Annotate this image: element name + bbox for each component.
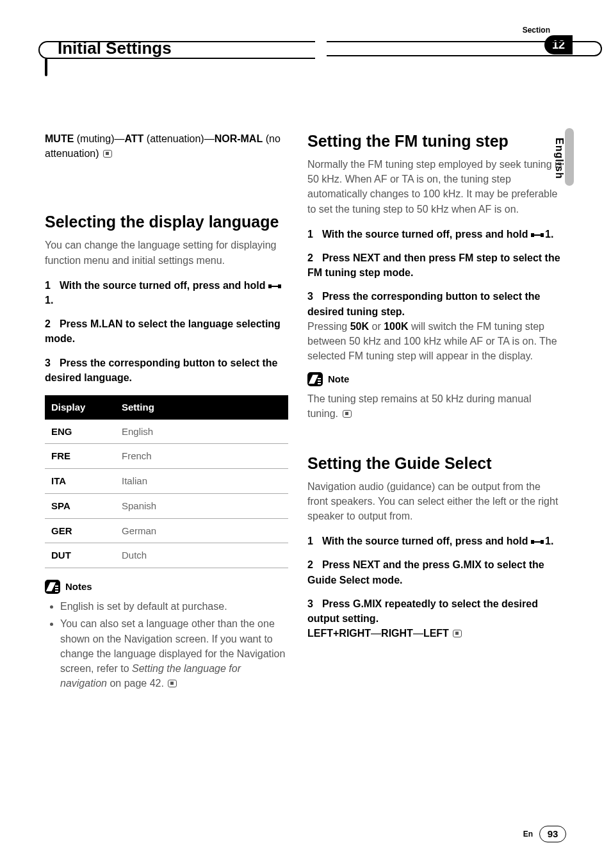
section-label: Section — [523, 26, 550, 35]
step-number: 3 — [45, 357, 51, 368]
lang-val: French — [115, 444, 288, 469]
mute-opt2-desc: (attenuation) — [143, 133, 204, 144]
svg-rect-6 — [531, 540, 534, 544]
table-row: ENGEnglish — [45, 420, 288, 444]
fm-step-1: 1With the source turned off, press and h… — [307, 227, 564, 242]
step-lead: Press the corresponding button to select… — [45, 357, 277, 383]
step-lead: Press G.MIX repeatedly to select the des… — [307, 598, 538, 624]
table-row: ITAItalian — [45, 469, 288, 494]
step-lead: Press NEXT and the press G.MIX to select… — [307, 559, 544, 585]
t-bold: 100K — [384, 321, 408, 332]
language-table: Display Setting ENGEnglish FREFrench ITA… — [45, 395, 288, 568]
lang-code: GER — [45, 518, 115, 543]
lang-step-1: 1With the source turned off, press and h… — [45, 278, 288, 307]
key-icon — [531, 231, 545, 239]
svg-rect-5 — [541, 233, 544, 237]
note-text-b: on page 42. — [107, 678, 164, 689]
mute-opt3: NOR-MAL — [215, 133, 263, 144]
step-number: 3 — [307, 598, 313, 609]
fm-note-heading-row: Note — [307, 372, 564, 386]
step-number: 3 — [307, 291, 313, 302]
note-item: English is set by default at purchase. — [60, 599, 288, 614]
end-mark-icon — [168, 680, 177, 687]
key-icon — [268, 283, 282, 290]
gs-options: LEFT+RIGHT—RIGHT—LEFT — [307, 628, 462, 639]
sep: — — [371, 628, 381, 639]
page: Section 12 Initial Settings English MUTE… — [0, 0, 611, 868]
lang-code: ENG — [45, 420, 115, 444]
mute-options-line: MUTE (muting)—ATT (attenuation)—NOR-MAL … — [45, 131, 288, 161]
table-row: FREFrench — [45, 444, 288, 469]
fm-step-intro: Normally the FM tuning step employed by … — [307, 157, 564, 217]
step-number: 2 — [45, 318, 51, 329]
step-number: 2 — [307, 252, 313, 263]
selecting-language-heading: Selecting the display language — [45, 212, 288, 231]
footer-lang: En — [523, 830, 533, 839]
svg-rect-0 — [268, 284, 272, 288]
fm-note-heading: Note — [328, 372, 349, 386]
notes-heading: Notes — [65, 580, 92, 594]
mute-opt1: MUTE — [45, 133, 74, 144]
gs-step-1: 1With the source turned off, press and h… — [307, 534, 564, 548]
sep: — — [413, 628, 423, 639]
notes-block: Notes English is set by default at purch… — [45, 580, 288, 691]
lang-code: DUT — [45, 543, 115, 568]
lang-val: Spanish — [115, 493, 288, 518]
selecting-language-intro: You can change the language setting for … — [45, 238, 288, 267]
step-lead-b: 1. — [545, 536, 553, 546]
lang-val: German — [115, 518, 288, 543]
lang-code: SPA — [45, 493, 115, 518]
footer-page-number: 93 — [539, 826, 566, 842]
left-column: MUTE (muting)—ATT (attenuation)—NOR-MAL … — [45, 131, 288, 693]
notes-list: English is set by default at purchase. Y… — [45, 599, 288, 691]
step-number: 1 — [307, 229, 313, 240]
sep: — — [114, 133, 124, 144]
table-header-setting: Setting — [115, 395, 288, 420]
step-lead-a: With the source turned off, press and ho… — [322, 229, 531, 240]
step-number: 2 — [307, 559, 313, 570]
opt: LEFT+RIGHT — [307, 628, 371, 639]
mute-opt2: ATT — [124, 133, 143, 144]
footer: En 93 — [523, 826, 566, 842]
lang-step-3: 3Press the corresponding button to selec… — [45, 356, 288, 385]
lang-step-2: 2Press M.LAN to select the language sele… — [45, 316, 288, 346]
fm-step-3: 3Press the corresponding button to selec… — [307, 289, 564, 363]
guide-select-heading: Setting the Guide Select — [307, 454, 564, 473]
end-mark-icon — [453, 630, 462, 637]
gs-step-3: 3Press G.MIX repeatedly to select the de… — [307, 596, 564, 641]
fm-note-text: The tuning step remains at 50 kHz during… — [307, 391, 564, 421]
step-lead: Press the corresponding button to select… — [307, 291, 540, 316]
gs-step-2: 2Press NEXT and the press G.MIX to selec… — [307, 557, 564, 587]
lang-val: Italian — [115, 469, 288, 494]
step-number: 1 — [307, 536, 313, 546]
svg-rect-8 — [541, 540, 544, 544]
note-item: You can also set a language other than t… — [60, 616, 288, 691]
t: Pressing — [307, 321, 350, 332]
guide-select-intro: Navigation audio (guidance) can be outpu… — [307, 479, 564, 524]
step-lead-b: 1. — [45, 295, 53, 306]
fm-step-heading: Setting the FM tuning step — [307, 131, 564, 151]
key-icon — [531, 538, 545, 546]
fm-note-block: Note The tuning step remains at 50 kHz d… — [307, 372, 564, 421]
step-lead: Press NEXT and then press FM step to sel… — [307, 252, 560, 278]
lang-code: ITA — [45, 469, 115, 494]
step-lead-a: With the source turned off, press and ho… — [60, 280, 268, 291]
note-icon — [45, 580, 60, 594]
opt: RIGHT — [381, 628, 413, 639]
t: The tuning step remains at 50 kHz during… — [307, 393, 532, 419]
step-number: 1 — [45, 280, 51, 291]
lang-val: Dutch — [115, 543, 288, 568]
fm-step-2: 2Press NEXT and then press FM step to se… — [307, 250, 564, 280]
svg-rect-3 — [531, 233, 534, 237]
table-row: DUTDutch — [45, 543, 288, 568]
sep: — — [204, 133, 215, 144]
mute-opt1-desc: (muting) — [74, 133, 114, 144]
note-icon — [307, 372, 323, 386]
content-columns: MUTE (muting)—ATT (attenuation)—NOR-MAL … — [45, 131, 566, 693]
lang-code: FRE — [45, 444, 115, 469]
notes-heading-row: Notes — [45, 580, 288, 594]
table-header-display: Display — [45, 395, 115, 420]
svg-rect-2 — [278, 284, 281, 288]
step-body: Pressing 50K or 100K will switch the FM … — [307, 321, 557, 361]
end-mark-icon — [343, 410, 352, 418]
